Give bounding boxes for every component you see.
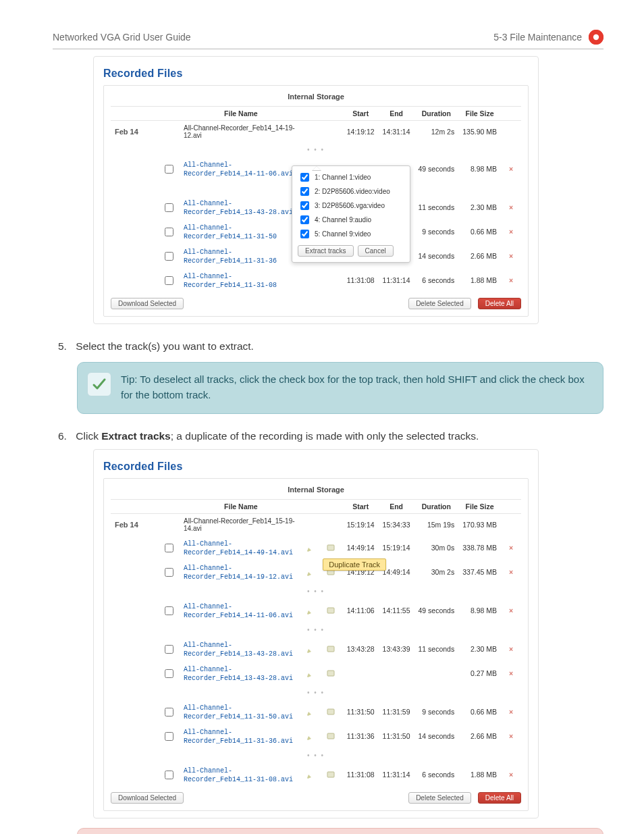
track-checkbox[interactable] [300, 215, 309, 224]
file-link[interactable]: All-Channel-Recorder_Feb14_11-31-08 [184, 273, 277, 289]
delete-icon[interactable]: × [509, 252, 513, 260]
table-row: All-Channel-Recorder_Feb14_14-49-14.avi1… [111, 536, 521, 560]
tip-text: Tip: To deselect all tracks, click the c… [121, 372, 591, 402]
running-header: Networked VGA Grid User Guide 5-3 File M… [53, 30, 603, 49]
row-checkbox[interactable] [165, 252, 173, 261]
delete-selected-button[interactable]: Delete Selected [408, 298, 471, 309]
row-checkbox[interactable] [165, 165, 173, 174]
edit-icon[interactable] [302, 560, 323, 584]
delete-all-button[interactable]: Delete All [478, 792, 521, 804]
track-option[interactable]: 1: Channel 1:video [298, 170, 404, 184]
track-checkbox[interactable] [300, 187, 309, 196]
row-checkbox[interactable] [165, 645, 173, 654]
delete-icon[interactable]: × [509, 228, 513, 236]
delete-icon[interactable]: × [509, 544, 513, 552]
col-duration: Duration [414, 500, 458, 514]
date-label: Feb 14 [111, 121, 158, 143]
edit-icon[interactable] [302, 762, 323, 787]
col-filename: File Name [180, 500, 302, 514]
col-size: File Size [458, 500, 501, 514]
track-option[interactable]: 4: Channel 9:audio [298, 213, 404, 227]
storage-caption: Internal Storage [111, 90, 521, 106]
duplicate-track-badge: Duplicate Track [323, 558, 386, 571]
col-start: Start [343, 500, 379, 514]
delete-icon[interactable]: × [509, 669, 513, 677]
delete-icon[interactable]: × [509, 708, 513, 716]
row-checkbox[interactable] [165, 568, 173, 577]
delete-icon[interactable]: × [509, 732, 513, 740]
file-link[interactable]: All-Channel-Recorder_Feb14_13-43-28.avi [184, 642, 293, 658]
header-right: 5-3 File Maintenance [493, 32, 582, 43]
file-link[interactable]: All-Channel-Recorder_Feb14_11-31-50.avi [184, 704, 293, 721]
row-separator: • • • [111, 142, 521, 157]
tracks-icon[interactable] [323, 661, 343, 685]
row-checkbox[interactable] [165, 203, 173, 212]
tracks-icon[interactable] [323, 762, 343, 787]
delete-icon[interactable]: × [509, 203, 513, 211]
row-separator: • • • [111, 584, 521, 598]
file-link[interactable]: All-Channel-Recorder_Feb14_14-49-14.avi [184, 540, 293, 556]
delete-icon[interactable]: × [509, 276, 513, 284]
file-link[interactable]: All-Channel-Recorder_Feb14_11-31-36 [184, 249, 277, 265]
file-link[interactable]: All-Channel-Recorder_Feb14_11-31-36.avi [184, 729, 293, 745]
screenshot-recorded-files-1: Recorded Files Internal Storage File Nam… [93, 56, 539, 324]
file-link[interactable]: All-Channel-Recorder_Feb14_13-43-28.avi [184, 200, 293, 216]
download-selected-button[interactable]: Download Selected [111, 792, 184, 804]
row-checkbox[interactable] [165, 606, 173, 615]
extract-tracks-popover: 1: Channel 1:video 2: D2P85606.video:vid… [292, 165, 410, 263]
delete-icon[interactable]: × [509, 645, 513, 653]
download-selected-button[interactable]: Download Selected [111, 298, 184, 309]
col-filename: File Name [180, 107, 302, 121]
tracks-icon[interactable] [323, 700, 343, 724]
tracks-icon[interactable] [323, 637, 343, 661]
delete-icon[interactable]: × [509, 771, 513, 779]
edit-icon[interactable] [302, 661, 323, 685]
row-checkbox[interactable] [165, 708, 173, 716]
table-row: All-Channel-Recorder_Feb14_11-31-36.avi1… [111, 724, 521, 748]
extract-tracks-button[interactable]: Extract tracks [298, 245, 354, 257]
track-option[interactable]: 5: Channel 9:video [298, 227, 404, 241]
delete-icon[interactable]: × [509, 606, 513, 615]
row-checkbox[interactable] [165, 669, 173, 678]
row-checkbox[interactable] [165, 544, 173, 552]
svg-rect-4 [327, 545, 334, 550]
edit-icon[interactable] [302, 598, 323, 623]
file-link[interactable]: All-Channel-Recorder_Feb14_11-31-50 [184, 224, 277, 240]
delete-selected-button[interactable]: Delete Selected [408, 792, 471, 804]
tracks-icon[interactable] [323, 598, 343, 623]
delete-icon[interactable]: × [509, 165, 513, 173]
files-table: File Name Start End Duration File Size F… [111, 499, 521, 787]
edit-icon[interactable] [302, 700, 323, 724]
col-duration: Duration [414, 107, 458, 121]
table-row: All-Channel-Recorder_Feb14_11-31-50.avi1… [111, 700, 521, 724]
svg-rect-10 [327, 733, 334, 739]
track-option[interactable]: 2: D2P85606.video:video [298, 184, 404, 199]
table-row: All-Channel-Recorder_Feb14_11-31-08.avi1… [111, 762, 521, 787]
file-link[interactable]: All-Channel-Recorder_Feb14_13-43-28.avi [184, 666, 293, 682]
track-checkbox[interactable] [300, 201, 309, 210]
row-checkbox[interactable] [165, 276, 173, 285]
delete-all-button[interactable]: Delete All [478, 298, 521, 309]
tip-callout: Tip: To deselect all tracks, click the c… [77, 362, 603, 414]
file-link[interactable]: All-Channel-Recorder_Feb14_14-19-12.avi [184, 565, 293, 581]
track-option[interactable]: 3: D2P85606.vga:video [298, 199, 404, 213]
delete-icon[interactable]: × [509, 568, 513, 576]
edit-icon[interactable] [302, 536, 323, 560]
edit-icon[interactable] [302, 637, 323, 661]
svg-rect-11 [327, 772, 334, 777]
row-checkbox[interactable] [165, 732, 173, 741]
checkmark-icon [87, 372, 111, 396]
track-checkbox[interactable] [300, 230, 309, 238]
table-row: All-Channel-Recorder_Feb14_14-11-06.avi1… [111, 598, 521, 623]
edit-icon[interactable] [302, 724, 323, 748]
row-checkbox[interactable] [165, 228, 173, 236]
track-checkbox[interactable] [300, 173, 309, 182]
file-link[interactable]: All-Channel-Recorder_Feb14_14-11-06.avi [184, 603, 293, 619]
file-link[interactable]: All-Channel-Recorder_Feb14_14-11-06.avi [184, 161, 293, 178]
row-checkbox[interactable] [165, 771, 173, 779]
cancel-button[interactable]: Cancel [358, 245, 394, 257]
tracks-icon[interactable] [323, 536, 343, 560]
tracks-icon[interactable] [323, 724, 343, 748]
file-link[interactable]: All-Channel-Recorder_Feb14_11-31-08.avi [184, 767, 293, 783]
svg-rect-9 [327, 709, 334, 714]
